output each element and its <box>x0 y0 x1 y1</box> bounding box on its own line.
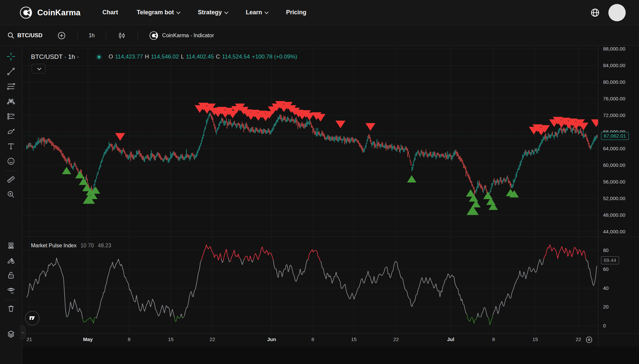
change-value: +100.78 (+0.09%) <box>252 54 297 60</box>
drawing-mode-lock-button[interactable] <box>4 254 18 267</box>
xabcd-pattern-tool-button[interactable] <box>4 95 18 108</box>
coinkarma-logo[interactable]: CoinKarma <box>19 6 81 19</box>
emoji-smiley-icon <box>7 157 15 166</box>
trash-icon <box>7 304 15 313</box>
indicator-axis-label: 60 <box>603 266 609 272</box>
price-axis-label: 88,000.00 <box>603 46 625 52</box>
magnet-icon <box>7 241 15 250</box>
sidebar-collapse-handle[interactable]: ‹ <box>20 326 26 339</box>
top-navigation: CoinKarma Chart Telegram bot Strategy Le… <box>0 0 639 25</box>
crosshair-icon <box>6 52 16 61</box>
emoji-tool-button[interactable] <box>4 155 18 168</box>
price-axis-label: 80,000.00 <box>603 79 625 85</box>
toolbar-divider <box>77 31 78 41</box>
tradingview-attribution-logo[interactable] <box>25 311 40 325</box>
symbol-search-button[interactable]: BTC/USD <box>5 30 45 41</box>
price-axis-label: 76,000.00 <box>603 96 625 101</box>
axis-separator <box>22 333 639 333</box>
high-value: 114,546.02 <box>151 54 179 60</box>
price-axis-label: 72,000.00 <box>603 112 625 118</box>
long-position-tool-button[interactable] <box>4 110 18 123</box>
sidebar-divider <box>5 300 17 300</box>
fib-lines-icon <box>7 82 15 91</box>
lock-all-drawings-button[interactable] <box>4 269 18 282</box>
legend-symbol-interval[interactable]: BTC/USDT · 1h · <box>31 53 79 61</box>
time-axis-label: 22 <box>576 336 581 342</box>
time-axis-label: Jun <box>267 336 276 342</box>
compare-add-symbol-button[interactable] <box>55 29 68 42</box>
drawing-tools-sidebar <box>0 46 22 364</box>
position-tool-icon <box>7 112 15 121</box>
brand-name: CoinKarma <box>37 8 81 17</box>
time-axis-label: 22 <box>393 336 399 342</box>
zoom-in-icon <box>7 190 15 199</box>
nav-item-learn[interactable]: Learn <box>246 9 268 16</box>
time-axis-label: May <box>83 336 93 342</box>
time-axis-label: Jul <box>447 336 454 342</box>
indicator-value: 48.23 <box>98 243 111 249</box>
data-status-dot <box>98 56 101 59</box>
indicator-params: 10 70 <box>81 243 94 249</box>
xabcd-pattern-icon <box>7 97 15 106</box>
trend-line-icon <box>7 67 15 76</box>
nav-menu: Chart Telegram bot Strategy Learn Pricin… <box>103 9 307 16</box>
globe-language-icon[interactable] <box>590 8 600 17</box>
tradingview-icon <box>28 314 37 322</box>
indicator-pane[interactable] <box>22 237 598 333</box>
crosshair-tool-button[interactable] <box>4 50 18 63</box>
chart-legend[interactable]: BTC/USDT · 1h · O114,423.77 H114,546.02 … <box>31 53 297 61</box>
toolbar-divider <box>137 31 138 41</box>
time-axis-label: 8 <box>312 336 314 342</box>
hide-drawings-button[interactable] <box>4 284 18 297</box>
indicator-value-tag: 69.44 <box>601 256 619 264</box>
price-axis-label: 44,000.00 <box>603 229 625 234</box>
price-axis-label: 84,000.00 <box>603 62 625 68</box>
interval-label: 1h <box>89 33 95 39</box>
brush-tool-button[interactable] <box>4 125 18 138</box>
toolbar-symbol: BTC/USD <box>17 32 43 39</box>
chevron-down-icon <box>176 10 180 14</box>
pane-separator[interactable] <box>22 237 639 237</box>
indicator-button[interactable]: CoinKarma - Indicator <box>147 29 216 42</box>
time-axis-label: 8 <box>128 336 130 342</box>
nav-item-telegram-bot[interactable]: Telegram bot <box>137 9 179 16</box>
indicator-axis-label: 20 <box>603 304 609 309</box>
time-axis-label: 8 <box>492 336 495 342</box>
price-scale-axis[interactable]: 88,000.0084,000.0080,000.0076,000.0072,0… <box>598 46 639 346</box>
nav-item-chart[interactable]: Chart <box>103 9 118 16</box>
trend-line-tool-button[interactable] <box>4 65 18 78</box>
fib-retracement-tool-button[interactable] <box>4 80 18 93</box>
chevron-down-icon <box>37 66 41 70</box>
plus-circle-icon <box>57 31 66 40</box>
price-chart-canvas[interactable] <box>22 46 598 237</box>
legend-expand-button[interactable] <box>32 64 46 73</box>
magnet-tool-button[interactable] <box>4 239 18 252</box>
low-value: 114,402.45 <box>186 54 214 60</box>
time-scale-axis[interactable]: 21May81522Jun81522Jul81522 <box>22 333 598 346</box>
nav-item-strategy[interactable]: Strategy <box>198 9 227 16</box>
price-chart-pane[interactable] <box>22 46 598 237</box>
text-tool-button[interactable] <box>4 140 18 153</box>
interval-button[interactable]: 1h <box>87 31 97 41</box>
zoom-in-tool-button[interactable] <box>4 188 18 201</box>
time-axis-label: 21 <box>27 336 32 342</box>
measure-tool-button[interactable] <box>4 173 18 186</box>
chart-toolbar: BTC/USD 1h <box>0 26 639 46</box>
time-axis-label: 15 <box>168 336 174 342</box>
time-scale-settings-button[interactable] <box>585 335 593 345</box>
indicator-title[interactable]: Market Pulse Index <box>31 243 77 249</box>
time-axis-label: 15 <box>351 336 357 342</box>
indicator-canvas[interactable] <box>22 237 598 333</box>
object-tree-button[interactable] <box>4 327 18 341</box>
user-avatar[interactable] <box>608 4 626 21</box>
pencil-lock-icon <box>7 256 15 265</box>
coinkarma-logo-icon <box>19 6 33 19</box>
indicator-axis-label: 80 <box>603 247 609 253</box>
indicator-legend[interactable]: Market Pulse Index 10 70 48.23 <box>31 243 111 249</box>
price-axis-label: 60,000.00 <box>603 162 625 168</box>
nav-item-pricing[interactable]: Pricing <box>286 9 307 16</box>
remove-drawings-button[interactable] <box>4 302 18 315</box>
close-value: 114,524.54 <box>222 54 250 60</box>
chevron-down-icon <box>224 10 228 14</box>
chart-style-button[interactable] <box>115 29 128 42</box>
